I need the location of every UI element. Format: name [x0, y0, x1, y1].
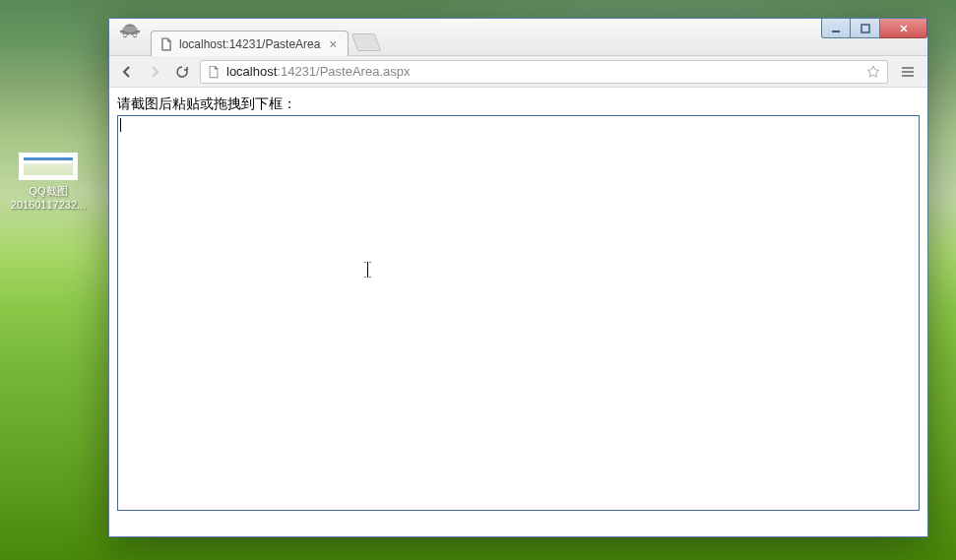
- tab-close-button[interactable]: ×: [326, 37, 340, 51]
- browser-toolbar: localhost:14231/PasteArea.aspx: [109, 56, 927, 88]
- instruction-label: 请截图后粘贴或拖拽到下框：: [117, 95, 920, 113]
- svg-rect-2: [861, 25, 869, 32]
- new-tab-button[interactable]: [351, 33, 382, 51]
- text-caret-icon: [120, 118, 121, 132]
- tab-title: localhost:14231/PasteArea: [179, 37, 320, 51]
- close-button[interactable]: [880, 19, 927, 38]
- back-button[interactable]: [117, 62, 137, 82]
- file-thumbnail-icon: [19, 153, 78, 180]
- incognito-icon: [115, 22, 145, 51]
- page-favicon-icon: [159, 37, 173, 51]
- url-path: :14231/PasteArea.aspx: [277, 64, 410, 79]
- ibeam-cursor-icon: [364, 262, 371, 278]
- browser-titlebar[interactable]: localhost:14231/PasteArea ×: [109, 19, 927, 56]
- browser-window: localhost:14231/PasteArea ×: [108, 18, 928, 537]
- desktop-file-icon[interactable]: QQ截图 20160117232...: [10, 153, 87, 211]
- url-text: localhost:14231/PasteArea.aspx: [226, 64, 860, 79]
- address-bar[interactable]: localhost:14231/PasteArea.aspx: [200, 60, 888, 84]
- paste-area-input[interactable]: [117, 115, 920, 511]
- menu-button[interactable]: [896, 62, 920, 82]
- svg-point-0: [123, 26, 138, 31]
- minimize-button[interactable]: [821, 19, 851, 38]
- desktop-icon-label: 20160117232...: [10, 199, 87, 211]
- page-icon: [207, 65, 221, 79]
- svg-rect-1: [832, 31, 840, 32]
- bookmark-star-icon[interactable]: [865, 64, 881, 80]
- maximize-button[interactable]: [851, 19, 880, 38]
- reload-button[interactable]: [172, 62, 192, 82]
- url-host: localhost: [226, 64, 277, 79]
- window-controls: [821, 19, 927, 38]
- forward-button[interactable]: [145, 62, 164, 82]
- desktop-icon-label: QQ截图: [10, 184, 87, 199]
- page-content: 请截图后粘贴或拖拽到下框：: [109, 88, 927, 536]
- browser-tab[interactable]: localhost:14231/PasteArea ×: [151, 31, 349, 56]
